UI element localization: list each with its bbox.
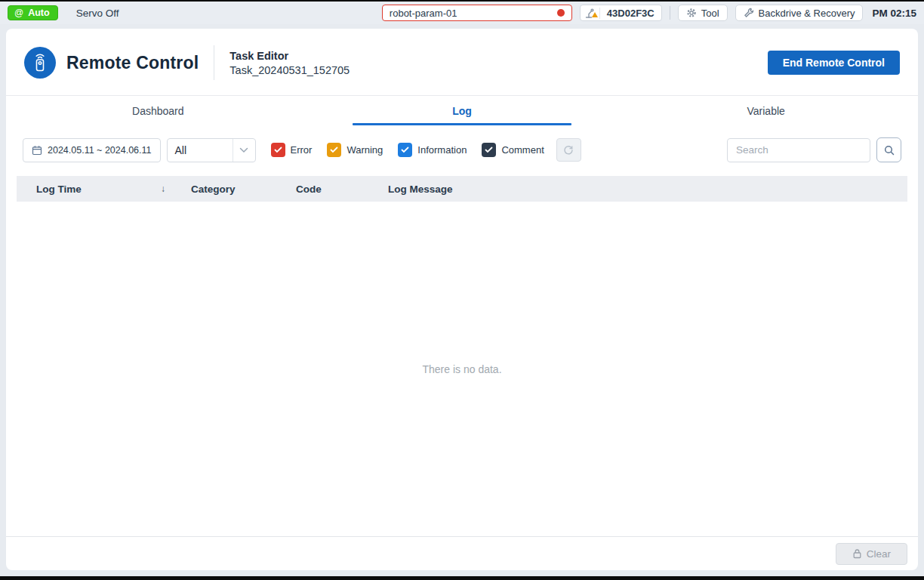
refresh-icon: [563, 145, 574, 156]
task-info: Task Editor Task_20240531_152705: [229, 50, 350, 76]
remote-control-panel: Remote Control Task Editor Task_20240531…: [6, 29, 918, 570]
checkbox-warning-label: Warning: [346, 144, 383, 156]
wrench-icon: [744, 8, 754, 18]
tool-button-label: Tool: [701, 8, 719, 19]
page-title: Remote Control: [66, 53, 199, 73]
search-button[interactable]: [876, 137, 901, 162]
servo-status: Servo Off: [76, 8, 119, 19]
robot-id-box[interactable]: 43D02F3C: [580, 5, 662, 21]
category-select[interactable]: All: [167, 138, 256, 162]
log-table-header: Log Time ↓ Category Code Log Message: [17, 176, 907, 202]
task-editor-label: Task Editor: [229, 50, 350, 62]
app-window: @ Auto Servo Off robot-param-01 43D02F3C…: [0, 0, 924, 580]
filter-checkbox-comment[interactable]: Comment: [482, 143, 544, 157]
task-name: Task_20240531_152705: [229, 64, 350, 76]
column-log-message[interactable]: Log Message: [362, 184, 907, 195]
date-range-picker[interactable]: 2024.05.11 ~ 2024.06.11: [23, 138, 161, 162]
header-divider: [214, 45, 214, 80]
system-status-bar: @ Auto Servo Off robot-param-01 43D02F3C…: [0, 2, 924, 24]
column-code[interactable]: Code: [296, 184, 362, 195]
filter-checkbox-warning[interactable]: Warning: [327, 143, 383, 157]
checkbox-information: [398, 143, 412, 157]
filter-checkbox-error[interactable]: Error: [271, 143, 313, 157]
refresh-button[interactable]: [556, 138, 581, 162]
empty-state-text: There is no data.: [422, 363, 501, 375]
clear-button[interactable]: Clear: [836, 543, 907, 565]
clear-button-label: Clear: [867, 548, 891, 560]
robot-id-value: 43D02F3C: [600, 8, 661, 19]
robot-arm-icon: [581, 8, 600, 19]
chevron-down-icon: [239, 147, 248, 153]
robot-param-field[interactable]: robot-param-01: [382, 5, 572, 21]
check-icon: [274, 147, 282, 153]
mode-badge[interactable]: @ Auto: [8, 5, 58, 20]
panel-header: Remote Control Task Editor Task_20240531…: [6, 29, 918, 95]
backdrive-recovery-button[interactable]: Backdrive & Recovery: [735, 5, 864, 21]
mode-badge-label: Auto: [28, 8, 49, 18]
column-category[interactable]: Category: [171, 184, 296, 195]
tab-log[interactable]: Log: [310, 96, 614, 125]
check-icon: [330, 147, 338, 153]
checkbox-warning: [327, 143, 341, 157]
tab-bar: Dashboard Log Variable: [6, 95, 918, 125]
log-table: Log Time ↓ Category Code Log Message The…: [6, 171, 918, 536]
checkbox-comment-label: Comment: [501, 144, 544, 156]
robot-param-value: robot-param-01: [390, 8, 457, 19]
checkbox-comment: [482, 143, 496, 157]
log-table-body: There is no data.: [17, 202, 907, 536]
log-filter-bar: 2024.05.11 ~ 2024.06.11 All Error: [6, 125, 918, 171]
tab-dashboard[interactable]: Dashboard: [6, 96, 310, 125]
gear-icon: [686, 8, 697, 18]
end-remote-control-button[interactable]: End Remote Control: [768, 51, 900, 75]
sort-descending-icon[interactable]: ↓: [161, 184, 165, 194]
check-icon: [485, 147, 493, 153]
check-icon: [401, 147, 409, 153]
alert-dot-icon: [557, 9, 565, 17]
tab-variable[interactable]: Variable: [614, 96, 918, 125]
search-input[interactable]: [727, 138, 870, 162]
auto-mode-icon: @: [14, 8, 23, 18]
panel-footer: Clear: [6, 536, 918, 570]
checkbox-information-label: Information: [417, 144, 467, 156]
checkbox-error: [271, 143, 285, 157]
warning-triangle-icon: [592, 12, 598, 17]
checkbox-error-label: Error: [291, 144, 313, 156]
calendar-icon: [32, 145, 42, 156]
backdrive-button-label: Backdrive & Recovery: [759, 8, 855, 19]
filter-checkbox-information[interactable]: Information: [398, 143, 467, 157]
column-log-time-label: Log Time: [36, 184, 82, 195]
column-log-time[interactable]: Log Time ↓: [17, 184, 171, 195]
topbar-divider: [670, 6, 670, 20]
tool-button[interactable]: Tool: [678, 5, 728, 21]
remote-control-icon: [24, 47, 56, 79]
search-icon: [883, 144, 895, 156]
date-range-value: 2024.05.11 ~ 2024.06.11: [48, 145, 152, 156]
lock-icon: [852, 548, 862, 559]
category-select-value: All: [168, 144, 233, 156]
clock: PM 02:15: [872, 8, 916, 19]
